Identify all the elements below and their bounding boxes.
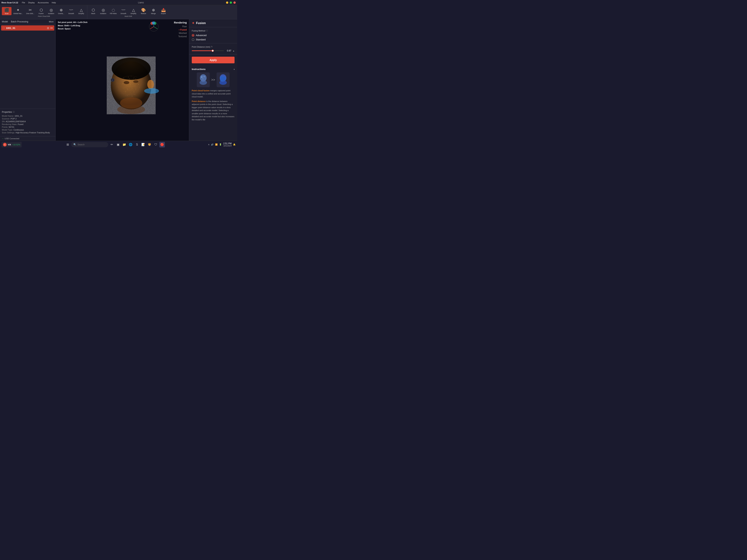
mesh-isolation-label: Isolation: [100, 12, 106, 15]
taskbar-app4-icon[interactable]: 🛡: [153, 142, 159, 148]
wifi-icon[interactable]: 📶: [215, 143, 218, 146]
start-button[interactable]: ⊞: [65, 142, 70, 148]
axis-indicator: Z: [148, 21, 159, 33]
right-panel-header: ✦ Fusion: [189, 19, 237, 27]
menu-items: File Display Accessories Help: [22, 1, 56, 4]
clock[interactable]: 2:51 PM 10/1/2024: [223, 142, 232, 147]
toolbar-export[interactable]: 📤 Export: [159, 7, 168, 15]
slider-stepper-up[interactable]: ▲: [233, 50, 235, 52]
svg-point-35: [139, 87, 140, 87]
render-option-fused[interactable]: Fused: [174, 28, 187, 31]
collapse-panel-arrow[interactable]: ‹: [111, 78, 114, 82]
taskbar-app5-icon[interactable]: 🔴: [159, 142, 165, 148]
point-distance-refresh-icon[interactable]: ↻: [211, 46, 213, 48]
radio-standard[interactable]: Standard: [192, 38, 235, 41]
fusing-method-title: Fusing Method ⓘ: [192, 29, 235, 32]
toolbar-mesh[interactable]: ⬡ Mesh: [88, 7, 98, 15]
toolbar-fusion[interactable]: ⬡ Fusion: [36, 7, 46, 15]
toolbar-merge[interactable]: ⊕ Merge: [149, 7, 158, 15]
render-option-raw[interactable]: Raw: [174, 25, 187, 28]
taskbar-terminal-icon[interactable]: ▣: [115, 142, 121, 148]
slider-thumb[interactable]: [212, 50, 214, 52]
point-distance-text: Point Distance (mm): [192, 46, 210, 48]
toolbar-simplify[interactable]: △ Simplify: [76, 7, 86, 15]
properties-section: Properties ⓘ Model Name: 1001_01 Scanner…: [0, 109, 55, 136]
svg-point-33: [132, 88, 132, 88]
render-option-textured[interactable]: Textured: [174, 35, 187, 38]
viewport[interactable]: ‹ Set pivot point: Alt + Left-Click Move…: [56, 19, 189, 141]
axis-svg: Z: [148, 21, 159, 32]
batch-processing-tab[interactable]: Batch Processing: [11, 20, 28, 23]
hint-pivot-text: Set pivot point: Alt + Left-Click: [58, 21, 87, 23]
slider-row: 0.97 ▲: [192, 49, 235, 52]
toolbar-global-markers[interactable]: ✦ Global Mar...: [12, 7, 24, 15]
prop-val-model-name: 1001_01: [15, 115, 22, 117]
rendering-overlay: Rendering Raw Fused Meshed Textured: [174, 21, 187, 38]
scan-icon: ⬛: [4, 8, 9, 12]
taskbar-app2-icon[interactable]: 📝: [140, 142, 146, 148]
model-list-item[interactable]: ⬡ 1001_01 ⊡ •••: [1, 25, 54, 31]
taskbar-folder-icon[interactable]: 📁: [122, 142, 127, 148]
overlay-icon: ⊕: [60, 8, 63, 12]
toolbar-smooth[interactable]: 〰 Smooth: [66, 7, 76, 15]
isolation-icon: ◎: [50, 8, 53, 12]
maximize-button[interactable]: [230, 1, 232, 4]
mesh-smooth-label: Smooth: [121, 12, 126, 15]
menu-file[interactable]: File: [22, 1, 25, 4]
taskbar-edge-icon[interactable]: 🌐: [128, 142, 133, 148]
instructions-text-2: Point distance is the distance between a…: [192, 100, 235, 121]
svg-point-24: [136, 79, 136, 79]
minimize-button[interactable]: [226, 1, 228, 4]
taskbar-app3-icon[interactable]: 🦁: [147, 142, 152, 148]
more-button[interactable]: More: [49, 21, 54, 23]
speaker-icon[interactable]: 🔊: [211, 143, 214, 146]
svg-point-34: [136, 89, 136, 89]
menu-help[interactable]: Help: [52, 1, 56, 4]
toolbar-mesh-simplify[interactable]: △ Simplify: [129, 7, 138, 15]
toolbar-one-click[interactable]: ✂ One-click...: [25, 7, 36, 15]
toolbar-isolation[interactable]: ◎ Isolation: [46, 7, 56, 15]
toolbar-scan[interactable]: ⬛ Scan: [2, 7, 11, 15]
taskbar-app1-icon[interactable]: S: [134, 142, 140, 148]
model-more-button[interactable]: •••: [50, 27, 53, 29]
prop-scanner: Scanner: POP 2: [2, 117, 54, 120]
prop-val-scanner: POP 2: [10, 117, 17, 120]
search-icon: 🔍: [73, 143, 76, 146]
render-option-meshed[interactable]: Meshed: [174, 31, 187, 35]
instructions-title[interactable]: Instructions ›: [192, 68, 235, 71]
svg-point-20: [134, 78, 134, 78]
apply-button[interactable]: Apply: [192, 57, 235, 63]
toolbar-mesh-isolation[interactable]: ◎ Isolation: [98, 7, 108, 15]
toolbar: ⬛ Scan ✦ Global Mar... ✂ One-click... ⬡ …: [0, 5, 237, 19]
model-eye-button[interactable]: ⊡: [47, 27, 49, 29]
properties-label: Properties: [2, 111, 12, 113]
taskbar-search[interactable]: 🔍: [71, 142, 108, 147]
radio-advanced[interactable]: Advanced: [192, 34, 235, 37]
simplify-label: Simplify: [78, 12, 84, 15]
simplify-icon: △: [80, 8, 83, 12]
battery-icon[interactable]: 🔋: [219, 143, 222, 146]
toolbar-overlay[interactable]: ⊕ Overla...: [56, 7, 66, 15]
mesh-isolation-icon: ◎: [102, 8, 105, 12]
menu-accessories[interactable]: Accessories: [38, 1, 49, 4]
search-input[interactable]: [77, 143, 106, 146]
taskbar: 1 VIX +10.52% ⊞ 🔍 ✏ ▣ 📁 🌐 S 📝 🦁 🛡 🔴 ∧ 🔊 …: [0, 141, 237, 148]
menu-display[interactable]: Display: [28, 1, 35, 4]
close-button[interactable]: [233, 1, 236, 4]
slider-track[interactable]: [192, 50, 224, 51]
taskbar-pen-icon[interactable]: ✏: [109, 142, 114, 148]
toolbar-texture[interactable]: 🎨 Texture: [138, 7, 148, 15]
prop-key-scanner: Scanner:: [2, 117, 10, 120]
prop-key-model-name: Model Name:: [2, 115, 15, 117]
model-tab[interactable]: Model: [2, 20, 8, 23]
mesh-items-row: ⬡ Mesh ◎ Isolation ◌ Fill Holes 〰 Smooth…: [88, 7, 168, 15]
chevron-up-icon[interactable]: ∧: [208, 143, 209, 146]
toolbar-fill-holes[interactable]: ◌ Fill Holes: [108, 7, 118, 15]
toolbar-mesh-smooth[interactable]: 〰 Smooth: [119, 7, 128, 15]
svg-point-38: [134, 92, 134, 92]
fusion-tool-icon: ⬡: [40, 8, 43, 12]
stock-widget[interactable]: 1 VIX +10.52%: [1, 142, 22, 148]
notification-icon[interactable]: 🔔: [233, 143, 236, 146]
svg-point-31: [124, 88, 124, 88]
svg-point-21: [125, 81, 125, 81]
